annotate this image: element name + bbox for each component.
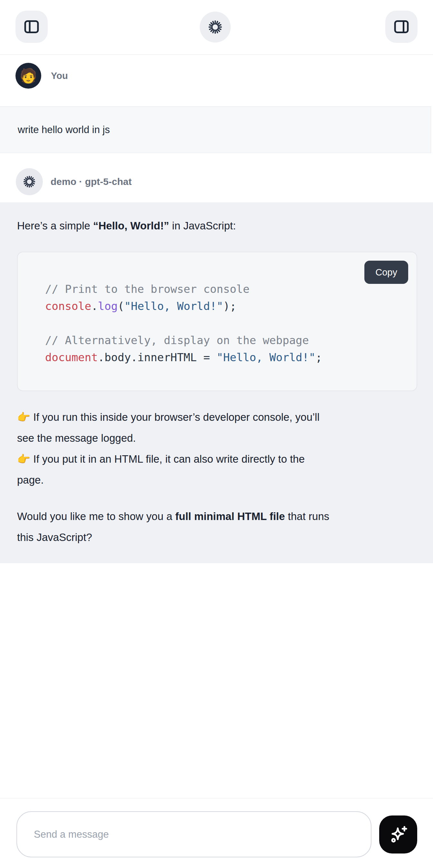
assistant-paragraph-intro: Here’s a simple “Hello, World!” in JavaS… [17,215,416,236]
starburst-icon [207,19,224,35]
composer-bar [0,798,433,868]
starburst-icon [22,174,37,189]
top-bar [0,0,433,55]
panel-left-icon [23,18,40,36]
assistant-paragraph-tips: 👉 If you run this inside your browser’s … [17,407,416,490]
right-panel-toggle-button[interactable] [385,11,417,43]
code-block: Copy // Print to the browser consolecons… [17,252,417,391]
model-name-label: demo · gpt-5-chat [51,153,132,210]
sidebar-toggle-button[interactable] [16,11,48,43]
user-message-bubble: write hello world in js [0,106,431,153]
assistant-message-bubble: Here’s a simple “Hello, World!” in JavaS… [0,202,433,563]
message-input[interactable] [17,811,371,857]
code-content: // Print to the browser consoleconsole.l… [45,281,407,366]
user-message-text: write hello world in js [18,124,110,136]
chat-app: 🧑 You write hello world in js [0,0,433,868]
assistant-avatar [16,168,43,195]
app-logo-badge [200,11,231,42]
person-emoji: 🧑 [20,69,37,83]
sparkle-icon [388,824,409,845]
assistant-paragraph-question: Would you like me to show you a full min… [17,506,416,548]
send-button[interactable] [379,815,417,854]
copy-code-button[interactable]: Copy [364,261,408,284]
assistant-message-header: demo · gpt-5-chat [0,153,433,202]
user-message-header: 🧑 You [0,55,433,106]
user-name-label: You [51,55,68,97]
panel-right-icon [393,18,410,36]
user-avatar: 🧑 [16,63,41,89]
